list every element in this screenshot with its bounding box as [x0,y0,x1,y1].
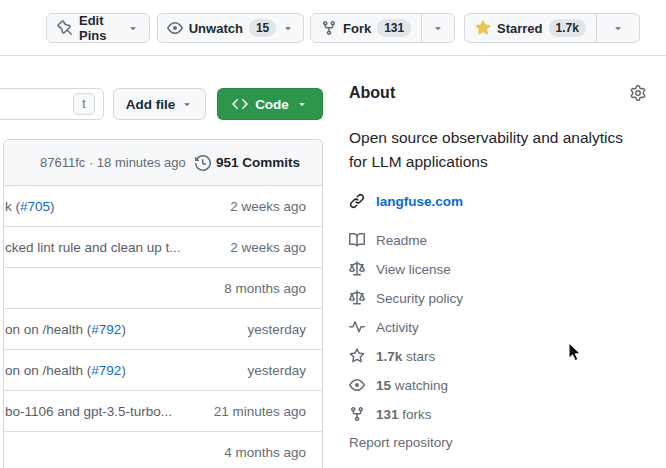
commit-message[interactable]: k (#705) [5,199,55,214]
commit-message-text: ) [121,363,126,378]
commit-date[interactable]: 21 minutes ago [214,404,306,419]
repo-description: Open source observability and analytics … [349,126,644,174]
go-to-file-input[interactable]: t [0,88,104,120]
star-icon [349,348,365,364]
issue-link[interactable]: #705 [20,199,50,214]
latest-commit-bar: 87611fc · 18 minutes ago 951 Commits [4,140,322,186]
add-file-label: Add file [126,97,176,112]
star-button-group: Starred 1.7k [464,13,640,43]
commit-message[interactable]: on on /health (#792) [5,363,126,378]
unwatch-button[interactable]: Unwatch 15 [157,13,304,43]
forks-link[interactable]: 131 forks [349,406,646,422]
file-list-table: 87611fc · 18 minutes ago 951 Commits k (… [3,139,323,468]
fork-icon [321,20,337,36]
commit-message-text: on on /health ( [5,363,91,378]
fork-dropdown-button[interactable] [421,14,454,42]
pin-icon [57,20,73,36]
fork-icon [349,406,365,422]
edit-pins-label: Edit Pins [79,13,121,43]
readme-link[interactable]: Readme [349,232,646,248]
fork-count-badge: 131 [377,19,411,37]
commit-message-text: ) [50,199,55,214]
about-links-list: Readme View license Security policy Acti… [349,232,646,435]
stars-link[interactable]: 1.7k stars [349,348,646,364]
commit-message-text: ) [121,322,126,337]
about-title: About [349,84,395,102]
link-icon [349,193,365,209]
chevron-down-icon [181,98,193,110]
chevron-down-icon [432,22,444,34]
commits-count: 951 [216,155,239,170]
commit-date[interactable]: yesterday [247,363,306,378]
website-link-row[interactable]: langfuse.com [349,193,463,209]
commit-message[interactable]: on on /health (#792) [5,322,126,337]
gear-icon[interactable] [630,85,646,101]
commit-date[interactable]: 2 weeks ago [230,199,306,214]
issue-link[interactable]: #792 [91,322,121,337]
star-filled-icon [475,20,491,36]
eye-icon [349,377,365,393]
commit-message-text: cked lint rule and clean up t... [5,240,181,255]
fork-label: Fork [343,21,371,36]
commit-message-text: on on /health ( [5,322,91,337]
watchers-count-badge: 15 [249,19,276,37]
star-dropdown-button[interactable] [596,14,639,42]
commit-history-link[interactable]: 951 Commits [195,155,300,171]
unwatch-label: Unwatch [189,21,243,36]
commit-message-text: bo-1106 and gpt-3.5-turbo... [5,404,172,419]
file-row[interactable]: on on /health (#792) yesterday [4,309,322,350]
history-icon [195,155,211,171]
file-row[interactable]: cked lint rule and clean up t... 2 weeks… [4,227,322,268]
website-link[interactable]: langfuse.com [376,194,463,209]
commit-message[interactable]: cked lint rule and clean up t... [5,240,181,255]
commit-message-text: k ( [5,199,20,214]
file-row[interactable]: 8 months ago [4,268,322,309]
commit-date[interactable]: 2 weeks ago [230,240,306,255]
commits-label: Commits [242,155,300,170]
pulse-icon [349,319,365,335]
commit-message[interactable]: bo-1106 and gpt-3.5-turbo... [5,404,172,419]
starred-button[interactable]: Starred 1.7k [465,14,596,42]
commit-date[interactable]: 8 months ago [224,281,306,296]
add-file-button[interactable]: Add file [113,88,206,120]
keyboard-shortcut-badge: t [73,93,95,115]
activity-link[interactable]: Activity [349,319,646,335]
law-icon [349,261,365,277]
report-repository-link[interactable]: Report repository [349,435,453,450]
commit-date[interactable]: 4 months ago [224,445,306,460]
security-policy-link[interactable]: Security policy [349,290,646,306]
issue-link[interactable]: #792 [91,363,121,378]
code-button[interactable]: Code [217,88,323,120]
star-count-badge: 1.7k [549,19,586,37]
github-repo-page: Edit Pins Unwatch 15 Fork 131 Starred 1. [0,0,666,468]
file-row[interactable]: 4 months ago [4,432,322,468]
code-label: Code [255,97,289,112]
file-row[interactable]: on on /health (#792) yesterday [4,350,322,391]
chevron-down-icon [127,22,139,34]
watching-link[interactable]: 15 watching [349,377,646,393]
chevron-down-icon [612,22,624,34]
chevron-down-icon [296,98,308,110]
latest-commit-meta[interactable]: 87611fc · 18 minutes ago [40,155,186,170]
book-icon [349,232,365,248]
about-sidebar: About Open source observability and anal… [349,84,646,468]
commit-date[interactable]: yesterday [247,322,306,337]
edit-pins-button[interactable]: Edit Pins [46,13,150,43]
repo-action-bar: Edit Pins Unwatch 15 Fork 131 Starred 1. [0,0,666,56]
file-row[interactable]: bo-1106 and gpt-3.5-turbo... 21 minutes … [4,391,322,432]
file-row[interactable]: k (#705) 2 weeks ago [4,186,322,227]
code-icon [232,96,248,112]
eye-icon [167,20,183,36]
chevron-down-icon [282,22,294,34]
fork-button[interactable]: Fork 131 [311,14,421,42]
starred-label: Starred [497,21,543,36]
law-icon [349,290,365,306]
fork-button-group: Fork 131 [310,13,455,43]
view-license-link[interactable]: View license [349,261,646,277]
